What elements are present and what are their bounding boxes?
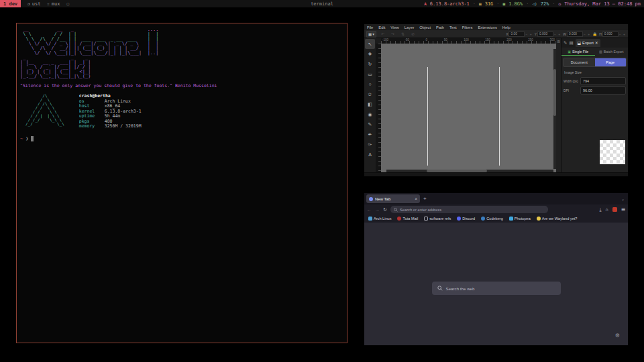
menu-edit[interactable]: Edit bbox=[378, 25, 385, 29]
h-spinner[interactable]: − + bbox=[619, 32, 626, 36]
new-tab-button[interactable]: + bbox=[423, 196, 427, 202]
h-field[interactable]: H 0.000 − + bbox=[599, 32, 626, 37]
menu-file[interactable]: File bbox=[367, 25, 373, 29]
bookmark-discord[interactable]: Discord bbox=[457, 217, 475, 221]
xywh-fields: X 0.00 − + Y 0.000 − + W 0.000 − + 🔒 H 0… bbox=[506, 32, 626, 37]
back-button[interactable]: ← bbox=[367, 207, 372, 212]
x-field[interactable]: X 0.00 − + bbox=[506, 32, 533, 37]
y-spinner[interactable]: − + bbox=[554, 32, 561, 36]
newtab-search-box[interactable]: Search the web bbox=[432, 282, 561, 295]
menu-path[interactable]: Path bbox=[436, 25, 444, 29]
rotate-cw-icon[interactable]: ↷ bbox=[391, 32, 394, 36]
y-input[interactable]: 0.000 bbox=[537, 32, 553, 37]
workspace-ust[interactable]: ◔ ust bbox=[28, 1, 40, 7]
w-field[interactable]: W 0.000 − + bbox=[563, 32, 590, 37]
w-spinner[interactable]: − + bbox=[584, 32, 590, 36]
new-tab-page: Search the web ⚙ bbox=[364, 223, 628, 345]
menu-object[interactable]: Object bbox=[419, 25, 431, 29]
box3d-tool[interactable]: ◧ bbox=[365, 99, 375, 109]
menu-extensions[interactable]: Extensions bbox=[478, 25, 496, 29]
snap-icon[interactable]: ⊞ bbox=[557, 40, 559, 44]
arch-icon: A bbox=[424, 1, 427, 6]
ublock-extension-icon[interactable] bbox=[612, 207, 617, 212]
bookmark-tuta-mail[interactable]: Tuta Mail bbox=[397, 217, 418, 221]
bookmark-codeberg[interactable]: Codeberg bbox=[481, 217, 503, 221]
horizontal-ruler[interactable]: -100-50 050 100150 200250 300 bbox=[381, 38, 556, 44]
workspace-active[interactable]: 1 dev bbox=[0, 0, 21, 7]
bookmark-arch-linux[interactable]: Arch Linux bbox=[368, 217, 391, 221]
menu-view[interactable]: View bbox=[390, 25, 398, 29]
forward-button[interactable]: → bbox=[375, 207, 380, 212]
canvas-horizontal-scrollbar[interactable] bbox=[386, 170, 553, 172]
inkscape-window[interactable]: File Edit View Layer Object Path Text Fi… bbox=[364, 24, 628, 176]
pencil-panel-icon[interactable]: ✎ bbox=[564, 40, 567, 46]
bookmark-photopea[interactable]: Photopea bbox=[509, 217, 531, 221]
layers-panel-icon[interactable]: ▤ bbox=[569, 40, 573, 46]
navbar-actions: ⤓ ⌂ ☰ bbox=[599, 207, 625, 213]
workspace-mux[interactable]: ⌗ mux bbox=[47, 1, 60, 7]
selection-mode-dropdown[interactable]: ▦ ▾ bbox=[366, 31, 376, 38]
search-icon bbox=[437, 286, 443, 291]
w-input[interactable]: 0.000 bbox=[567, 32, 583, 37]
x-input[interactable]: 0.00 bbox=[508, 32, 525, 37]
rectangle-tool[interactable]: ▭ bbox=[365, 69, 375, 79]
workspace-empty[interactable]: ▢ bbox=[66, 1, 69, 6]
batch-export-icon: ▥ bbox=[599, 50, 602, 54]
export-tab-title: Export bbox=[582, 41, 594, 45]
image-size-label: Image Size bbox=[564, 70, 628, 74]
pencil-tool[interactable]: ✎ bbox=[365, 119, 375, 129]
menu-help[interactable]: Help bbox=[502, 25, 511, 29]
dpi-input[interactable]: 96.00 bbox=[580, 86, 626, 95]
single-file-subtab[interactable]: ▣ Single File bbox=[561, 48, 595, 56]
spiral-tool[interactable]: ◉ bbox=[365, 109, 375, 119]
export-tab-close-icon[interactable]: ✕ bbox=[595, 41, 598, 45]
arch-logo-ascii: /\ / \ / /\ \ / / \ \ / / \ \ / / | | \ … bbox=[25, 94, 64, 129]
bookmark-are-we-wayland-yet[interactable]: Are we Wayland yet? bbox=[537, 217, 578, 221]
canvas-vertical-scrollbar[interactable] bbox=[553, 49, 556, 169]
page-scope-button[interactable]: Page bbox=[595, 58, 627, 66]
volume-icon[interactable]: ◁) bbox=[532, 1, 537, 6]
tab-close-icon[interactable]: × bbox=[415, 196, 417, 201]
export-scope-toggle: Document Page bbox=[563, 58, 627, 67]
y-field[interactable]: Y 0.000 − + bbox=[535, 32, 561, 37]
shape-builder-tool[interactable]: ↻ bbox=[365, 59, 375, 69]
export-tab[interactable]: ⬓ Export ✕ bbox=[576, 39, 600, 47]
menu-text[interactable]: Text bbox=[449, 25, 457, 29]
active-tab[interactable]: New Tab × bbox=[366, 194, 420, 203]
selector-tool[interactable]: ↖ bbox=[365, 39, 375, 49]
inkscape-canvas[interactable] bbox=[381, 44, 556, 172]
rotate-ccw-icon[interactable]: ↶ bbox=[381, 32, 384, 36]
reload-button[interactable]: ↻ bbox=[383, 207, 387, 213]
export-preview-thumbnail bbox=[600, 140, 625, 164]
calligraphy-tool[interactable]: ✑ bbox=[365, 139, 375, 149]
star-tool[interactable]: ✩ bbox=[365, 89, 375, 99]
ellipse-tool[interactable]: ○ bbox=[365, 79, 375, 89]
shell-prompt[interactable]: ~ ❯ bbox=[20, 136, 343, 141]
x-spinner[interactable]: − + bbox=[525, 32, 532, 36]
lock-ratio-icon[interactable]: 🔒 bbox=[592, 32, 597, 36]
menu-filters[interactable]: Filters bbox=[462, 25, 473, 29]
raise-lower-icon[interactable]: ⊘ bbox=[411, 32, 415, 36]
h-input[interactable]: 0.000 bbox=[602, 32, 619, 37]
url-bar[interactable]: Search or enter address bbox=[390, 206, 548, 213]
terminal-window[interactable]: __ __ _ .... \ \ / / | | | | \ \ /\ / /_… bbox=[16, 23, 347, 343]
inkscape-toolbox: ↖ ❖ ↻ ▭ ○ ✩ ◧ ◉ ✎ ✒ ✑ A bbox=[364, 38, 376, 172]
browser-window[interactable]: New Tab × + ⌄ ← → ↻ Search or enter addr… bbox=[364, 193, 628, 345]
personalize-gear-icon[interactable]: ⚙ bbox=[615, 333, 620, 339]
width-input[interactable]: 794 bbox=[580, 77, 626, 85]
pen-tool[interactable]: ✒ bbox=[365, 129, 375, 139]
vertical-ruler[interactable] bbox=[376, 44, 381, 172]
text-tool[interactable]: A bbox=[365, 149, 375, 160]
flip-icon[interactable]: ⇅ bbox=[401, 32, 405, 36]
document-scope-button[interactable]: Document bbox=[564, 58, 595, 66]
list-tabs-chevron-icon[interactable]: ⌄ bbox=[621, 196, 625, 201]
node-editor-tool[interactable]: ❖ bbox=[365, 49, 375, 59]
batch-export-subtab[interactable]: ▥ Batch Export bbox=[595, 48, 629, 56]
home-button[interactable]: ⌂ bbox=[605, 207, 608, 212]
menu-layer[interactable]: Layer bbox=[405, 25, 415, 29]
status-modules: A 6.13.8-arch3-1 · ▤ 31G · ▦ 1.8G% · ◁) … bbox=[424, 1, 644, 7]
downloads-button[interactable]: ⤓ bbox=[599, 207, 601, 213]
export-subtabs: ▣ Single File ▥ Batch Export bbox=[561, 48, 628, 56]
menu-button[interactable]: ☰ bbox=[621, 207, 625, 213]
bookmark-folder-software-refs[interactable]: software refs bbox=[424, 217, 451, 221]
